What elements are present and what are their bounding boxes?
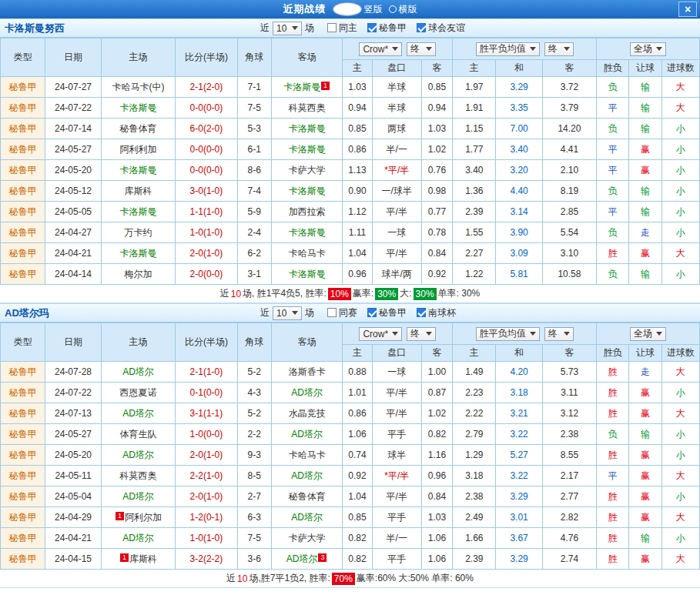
- filter-checkbox-同主[interactable]: 同主: [327, 22, 357, 35]
- filter-checkbox-南球杯[interactable]: 南球杯: [417, 306, 456, 319]
- card-badge: 1: [116, 512, 124, 520]
- cell-date: 24-05-20: [45, 160, 101, 181]
- cell-score: 1-0(0-0): [176, 424, 237, 445]
- horizontal-radio-label[interactable]: 横版: [399, 3, 417, 16]
- team-label: 卡哈马卡: [289, 450, 326, 460]
- checkbox-label: 同主: [339, 22, 357, 35]
- cell-avg-draw: 3.01: [496, 507, 542, 528]
- cell-asian-home-odds: 1.04: [343, 486, 372, 507]
- cell-avg-home: 1.15: [453, 119, 496, 139]
- vertical-radio[interactable]: [333, 2, 362, 16]
- cell-avg-draw: 3.29: [496, 486, 542, 507]
- cell-result: 平: [597, 98, 629, 119]
- avg-select[interactable]: 胜平负均值: [476, 42, 540, 56]
- filter-checkbox-group: 同赛秘鲁甲南球杯: [317, 306, 456, 320]
- checkbox-icon[interactable]: [367, 23, 377, 32]
- cell-league: 秘鲁甲: [1, 202, 45, 222]
- match-row: 秘鲁甲24-07-22西恩夏诺0-1(0-0)4-3AD塔尔1.01平/半0.8…: [1, 383, 700, 403]
- filter-checkbox-球会友谊[interactable]: 球会友谊: [417, 22, 465, 35]
- cell-asian-home-odds: 1.01: [343, 383, 372, 403]
- cell-home-team: 秘鲁体育: [101, 119, 176, 139]
- odds-time-select[interactable]: 终: [407, 42, 436, 56]
- filter-checkbox-秘鲁甲[interactable]: 秘鲁甲: [367, 306, 407, 319]
- bookmaker-select[interactable]: Crow*: [359, 42, 402, 56]
- cell-away-team: 水晶竞技: [271, 403, 343, 424]
- cell-avg-away: 8.19: [542, 181, 596, 202]
- cell-avg-draw: 3.90: [496, 222, 542, 243]
- sub-col-goals: 进球数: [661, 60, 699, 77]
- cell-goals: 小: [661, 486, 699, 507]
- odds-time-select[interactable]: 终: [407, 327, 436, 341]
- cell-goals: 大: [661, 403, 699, 424]
- team-label: AD塔尔: [122, 533, 154, 543]
- cell-result: 胜: [597, 507, 629, 528]
- avg-time-value: 终: [548, 42, 558, 55]
- cell-corners: 6-3: [237, 507, 271, 528]
- cell-asian-away-odds: 0.77: [421, 202, 452, 222]
- checkbox-icon[interactable]: [417, 308, 426, 317]
- cell-asian-away-odds: 1.02: [421, 139, 452, 160]
- avg-select[interactable]: 胜平负均值: [476, 327, 540, 341]
- checkbox-icon[interactable]: [367, 308, 377, 317]
- sub-col-avg-away: 客: [542, 60, 596, 77]
- cell-asian-home-odds: 0.74: [343, 445, 372, 466]
- team-label: 阿利利加: [119, 144, 156, 155]
- cell-home-team: AD塔尔: [101, 528, 176, 549]
- cell-asian-line: 平手: [372, 507, 421, 528]
- period-select[interactable]: 全场: [630, 42, 666, 56]
- cell-away-team: 卡洛斯曼1: [271, 77, 343, 98]
- card-badge: 1: [321, 82, 330, 90]
- cell-home-team: 卡哈马卡(中): [101, 77, 176, 98]
- horizontal-radio[interactable]: [389, 5, 397, 13]
- cell-asian-away-odds: 0.92: [421, 264, 452, 285]
- panel-title: 近期战绩: [283, 2, 327, 16]
- vertical-radio-label[interactable]: 竖版: [364, 3, 383, 16]
- checkbox-icon[interactable]: [327, 23, 337, 32]
- cell-home-team: 卡洛斯曼: [101, 98, 176, 119]
- match-row: 秘鲁甲24-04-21AD塔尔1-0(1-0)7-5卡萨大学0.82半/一1.0…: [1, 528, 700, 549]
- cell-asian-away-odds: 0.94: [421, 98, 452, 119]
- match-count-select[interactable]: 10: [273, 306, 302, 320]
- summary-text: 场,胜7平1负2, 胜率:: [249, 572, 330, 585]
- match-row: 秘鲁甲24-05-05卡洛斯曼1-1(1-0)5-9加西拉索1.12平/半0.7…: [1, 202, 700, 222]
- period-select[interactable]: 全场: [630, 327, 666, 341]
- cell-goals: 大: [661, 243, 699, 264]
- cell-handicap-result: 输: [629, 119, 661, 139]
- team-label: 卡洛斯曼: [289, 269, 326, 279]
- filter-checkbox-同赛[interactable]: 同赛: [327, 306, 357, 319]
- match-count-select[interactable]: 10: [273, 22, 302, 35]
- avg-time-select[interactable]: 终: [544, 42, 574, 56]
- team-label: 卡萨大学: [289, 533, 326, 543]
- checkbox-label: 南球杯: [428, 306, 456, 319]
- avg-time-select[interactable]: 终: [544, 327, 574, 341]
- section-carlos-mannucci: 卡洛斯曼努西 近 10 场 同主秘鲁甲球会友谊 类型 日期 主场 比分(半场: [0, 18, 700, 303]
- avg-value: 胜平负均值: [480, 327, 526, 340]
- cell-score: 2-2(1-0): [176, 466, 237, 486]
- cell-avg-draw: 3.14: [496, 202, 542, 222]
- sub-col-asian-home: 主: [343, 60, 372, 77]
- filter-checkbox-秘鲁甲[interactable]: 秘鲁甲: [367, 22, 407, 35]
- cell-league: 秘鲁甲: [1, 466, 45, 486]
- cell-handicap-result: 赢: [629, 507, 661, 528]
- match-row: 秘鲁甲24-05-27体育生队1-0(0-0)2-2AD塔尔1.06平手0.82…: [1, 424, 700, 445]
- close-icon[interactable]: ×: [678, 2, 697, 17]
- near-label: 近: [260, 22, 270, 35]
- cell-league: 秘鲁甲: [1, 181, 45, 202]
- checkbox-icon[interactable]: [417, 23, 426, 32]
- bookmaker-select[interactable]: Crow*: [359, 327, 402, 341]
- cell-avg-home: 3.40: [453, 160, 496, 181]
- near-label: 近: [260, 306, 270, 319]
- cell-result: 胜: [597, 549, 629, 570]
- cell-home-team: 1阿利尔加: [101, 507, 176, 528]
- cell-asian-line: 半/一: [372, 139, 421, 160]
- cell-avg-home: 1.36: [453, 181, 496, 202]
- checkbox-icon[interactable]: [327, 308, 337, 317]
- recent-results-panel: 近期战绩 竖版 横版 × 卡洛斯曼努西 近 10 场 同主秘鲁甲球会友谊: [0, 0, 700, 595]
- filter-controls: 近 10 场 同主秘鲁甲球会友谊: [260, 22, 465, 35]
- cell-result: 胜: [597, 528, 629, 549]
- cell-goals: 小: [661, 445, 699, 466]
- cell-asian-away-odds: 0.87: [421, 383, 452, 403]
- cell-handicap-result: 走: [629, 362, 661, 383]
- cell-asian-line: 平/半: [372, 202, 421, 222]
- col-type: 类型: [1, 38, 45, 77]
